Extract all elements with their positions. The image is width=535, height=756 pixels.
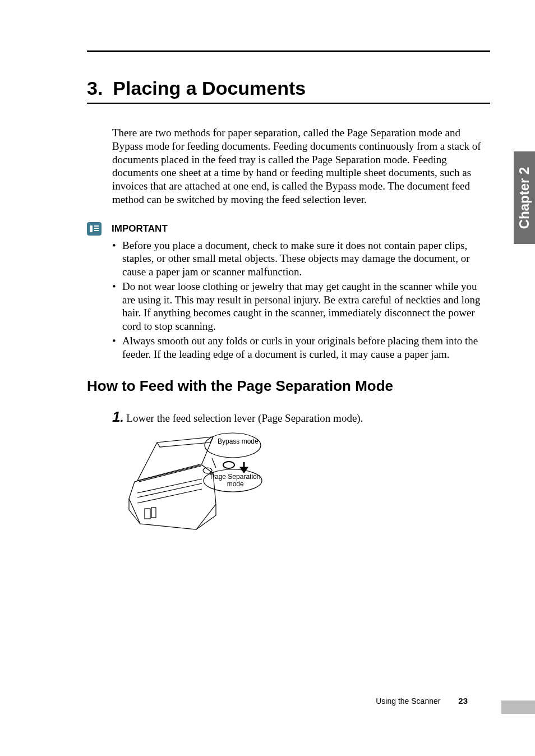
important-item: Always smooth out any folds or curls in … [122,334,490,361]
svg-point-5 [223,462,234,468]
intro-paragraph: There are two methods for paper separati… [112,126,490,206]
important-list: Before you place a document, check to ma… [112,239,490,361]
important-heading-row: IMPORTANT [87,222,490,236]
important-item: Before you place a document, check to ma… [122,239,490,279]
page-content: 3. Placing a Documents There are two met… [0,0,535,756]
section-title: Placing a Documents [113,77,306,99]
callout-page-sep-line1: Page Separation [210,473,260,481]
footer-page-number: 23 [458,696,468,706]
page-footer: Using the Scanner 23 [376,696,468,706]
step-number: 1 [112,408,120,425]
figure-scanner: Bypass mode Page Separation mode [118,431,320,543]
callout-page-sep-line2: mode [227,480,244,488]
section-heading: 3. Placing a Documents [87,77,490,104]
svg-rect-0 [145,509,150,519]
svg-rect-1 [151,508,156,518]
important-label: IMPORTANT [112,223,168,234]
important-icon [87,222,102,236]
subheading: How to Feed with the Page Separation Mod… [87,377,490,395]
step-text: Lower the feed selection lever (Page Sep… [124,412,363,424]
important-item: Do not wear loose clothing or jewelry th… [122,280,490,333]
section-number: 3. [87,77,103,99]
important-block: IMPORTANT Before you place a document, c… [112,222,490,361]
callout-page-separation: Page Separation mode [210,473,260,488]
callout-bypass: Bypass mode [218,438,259,445]
step-1: 1. Lower the feed selection lever (Page … [112,408,490,426]
scanner-illustration [118,431,297,543]
top-rule [87,50,490,52]
footer-section: Using the Scanner [376,697,440,706]
